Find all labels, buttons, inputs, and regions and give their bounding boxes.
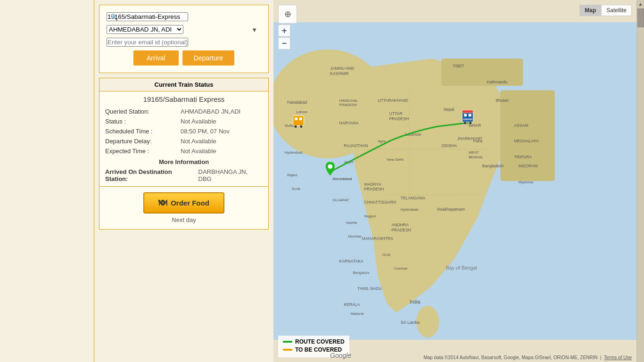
map-zoom-out-button[interactable]: − (278, 37, 290, 49)
map-type-satellite-button[interactable]: Satellite (601, 5, 632, 16)
svg-text:Hyderabad: Hyderabad (401, 207, 419, 212)
status-header-label: Current Train Status (155, 81, 214, 88)
more-info-section: More Information Arrived On Destination … (105, 158, 263, 182)
map-type-buttons: Map Satellite (579, 5, 632, 16)
google-logo: Google (330, 352, 351, 359)
svg-point-4 (416, 306, 439, 337)
svg-text:TRIPURA: TRIPURA (514, 155, 532, 159)
legend-to-cover-color (283, 349, 292, 351)
legend-covered-label: ROUTE COVERED (295, 338, 345, 345)
svg-rect-70 (463, 118, 472, 120)
departure-button[interactable]: Departure (182, 50, 234, 66)
scheduled-time-row: Scheduled Time : 08:50 PM, 07 Nov (105, 128, 263, 135)
legend-covered-color (283, 341, 292, 343)
station-select[interactable]: AHMEDABAD JN, ADI DARBHANGA JN, DBG (107, 25, 183, 34)
map-zoom-in-button[interactable]: + (278, 25, 290, 37)
svg-text:TAMIL NADU: TAMIL NADU (357, 286, 381, 291)
legend-covered: ROUTE COVERED (283, 338, 345, 345)
queried-station-row: Queried Station: AHMADABAD JN,ADI (105, 108, 263, 115)
svg-text:India: India (410, 299, 421, 304)
food-icon: 🍽 (158, 198, 167, 208)
queried-station-label: Queried Station: (105, 108, 181, 115)
search-form: 🔍 AHMEDABAD JN, ADI DARBHANGA JN, DBG ▼ … (99, 5, 269, 73)
scheduled-time-label: Scheduled Time : (105, 128, 181, 135)
svg-text:KERALA: KERALA (344, 302, 360, 307)
train-name: 19165/Sabarmati Express (105, 95, 263, 103)
map-terms-link[interactable]: Terms of Use (604, 355, 632, 360)
svg-rect-73 (462, 110, 473, 113)
svg-text:PRADESH: PRADESH (364, 187, 384, 191)
svg-text:Agra: Agra (378, 139, 386, 143)
svg-point-71 (463, 122, 466, 124)
svg-point-72 (469, 122, 472, 124)
svg-text:GUJARAT: GUJARAT (332, 198, 349, 202)
scroll-up-arrow[interactable]: ▲ (637, 0, 644, 8)
svg-text:GOA: GOA (382, 253, 391, 257)
svg-text:MAHARASHTRA: MAHARASHTRA (362, 236, 394, 241)
arrival-button[interactable]: Arrival (133, 50, 179, 66)
svg-text:Faisalabad: Faisalabad (287, 100, 307, 105)
svg-text:HARYANA: HARYANA (339, 121, 359, 125)
order-food-button[interactable]: 🍽 Order Food (143, 192, 224, 214)
svg-text:BENGAL: BENGAL (469, 155, 484, 159)
svg-text:MEGHALAYA: MEGHALAYA (514, 139, 539, 143)
svg-text:TIBET: TIBET (453, 64, 464, 68)
svg-text:PRADESH: PRADESH (339, 103, 357, 107)
svg-text:PRADESH: PRADESH (391, 228, 411, 232)
svg-text:Lahore: Lahore (296, 110, 307, 114)
svg-text:Nepal: Nepal (444, 107, 454, 112)
email-input[interactable] (107, 38, 188, 47)
svg-rect-75 (293, 115, 304, 125)
destination-value: DARBHANGA JN, DBG (198, 168, 263, 182)
svg-point-78 (294, 125, 297, 128)
search-wrapper: 🔍 (107, 12, 261, 21)
svg-text:MADHYA: MADHYA (364, 182, 382, 187)
svg-text:RAJASTHAN: RAJASTHAN (344, 143, 368, 148)
svg-text:Surat: Surat (292, 187, 301, 191)
destination-label: Arrived On Destination Station: (105, 168, 197, 182)
right-scrollbar[interactable]: ▲ (636, 0, 644, 362)
svg-text:New Delhi: New Delhi (387, 157, 404, 162)
status-row: Status : Not Available (105, 118, 263, 125)
status-panel-content: 19165/Sabarmati Express Queried Station:… (99, 91, 268, 186)
svg-text:Bengaluru: Bengaluru (353, 271, 369, 275)
map-background: JAMMU AND KASHMIR HIMACHAL PRADESH UTTAR… (273, 0, 636, 362)
svg-text:KASHMIR: KASHMIR (330, 71, 348, 76)
destination-row: Arrived On Destination Station: DARBHANG… (105, 168, 263, 182)
svg-text:KARNATAKA: KARNATAKA (339, 259, 363, 263)
svg-text:Hyderabad: Hyderabad (285, 150, 303, 155)
map-type-map-button[interactable]: Map (579, 5, 601, 16)
svg-text:UTTARAKHAND: UTTARAKHAND (378, 98, 408, 103)
departure-delay-row: Departure Delay: Not Available (105, 138, 263, 145)
map-pan-control[interactable]: ⊕ (278, 5, 297, 24)
status-label: Status : (105, 118, 181, 125)
svg-text:HIMACHAL: HIMACHAL (339, 99, 358, 103)
scroll-thumb[interactable] (637, 8, 644, 27)
left-panel: 🔍 AHMEDABAD JN, ADI DARBHANGA JN, DBG ▼ … (94, 0, 273, 362)
action-buttons: Arrival Departure (107, 50, 261, 66)
svg-text:ASSAM: ASSAM (514, 123, 528, 128)
svg-text:Nagpur: Nagpur (364, 214, 377, 218)
search-icon: 🔍 (110, 13, 118, 20)
status-value: Not Available (181, 118, 216, 125)
svg-text:TELANGANA: TELANGANA (401, 196, 426, 200)
svg-text:Rajkot: Rajkot (287, 173, 298, 177)
svg-rect-67 (462, 112, 473, 122)
map-data-attribution-text: Map data ©2014 AutoNavi, Basarsoft, Goog… (423, 355, 597, 360)
svg-text:Chennai: Chennai (394, 266, 407, 271)
svg-text:MIZORAM: MIZORAM (519, 164, 538, 168)
svg-text:Patna: Patna (473, 139, 483, 143)
svg-text:ODISHA: ODISHA (441, 143, 457, 148)
next-day-text: Next day (105, 216, 263, 223)
train-status-panel: Current Train Status 19165/Sabarmati Exp… (99, 78, 269, 230)
svg-text:CHHATTISGARH: CHHATTISGARH (364, 200, 396, 205)
queried-station-value: AHMADABAD JN,ADI (181, 108, 240, 115)
svg-point-79 (300, 125, 303, 128)
order-food-section: 🍽 Order Food Next day (99, 186, 268, 229)
map-attribution: Map data ©2014 AutoNavi, Basarsoft, Goog… (423, 355, 632, 360)
map-container[interactable]: JAMMU AND KASHMIR HIMACHAL PRADESH UTTAR… (273, 0, 636, 362)
departure-delay-value: Not Available (181, 138, 216, 145)
svg-text:Myanmar: Myanmar (519, 180, 534, 184)
more-info-title: More Information (105, 158, 263, 165)
train-search-input[interactable] (107, 12, 188, 21)
